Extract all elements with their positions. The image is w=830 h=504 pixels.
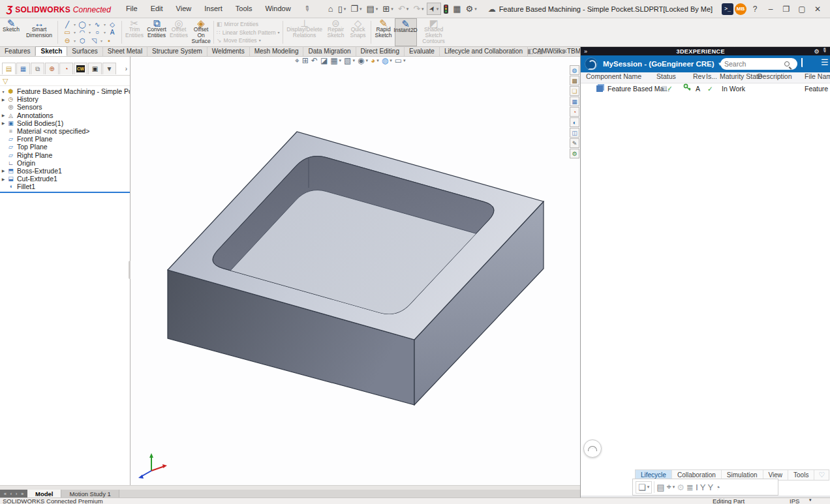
- offset-entities-button[interactable]: ◎ Offset Entities: [168, 18, 190, 46]
- tab-tools[interactable]: Tools: [788, 470, 814, 480]
- assistant-floating-button[interactable]: [583, 439, 602, 458]
- tab-lifecycle-collaboration[interactable]: Lifecycle and Collaboration: [440, 46, 528, 56]
- convert-entities-button[interactable]: ⧉ Convert Entities: [146, 18, 168, 46]
- rebuild-button[interactable]: [442, 3, 450, 15]
- tab-structure-system[interactable]: Structure System: [147, 46, 208, 56]
- tree-item-sensors[interactable]: ◎ Sensors: [0, 103, 130, 111]
- close-button[interactable]: ✕: [810, 3, 825, 16]
- favorites-heart-icon[interactable]: ♡: [814, 471, 829, 479]
- zoom-to-area-icon[interactable]: ⊞: [302, 56, 309, 65]
- linear-sketch-pattern-button[interactable]: ∷ Linear Sketch Pattern▾: [215, 29, 281, 36]
- tag-icon[interactable]: [801, 58, 803, 67]
- tree-item-origin[interactable]: ∟ Origin: [0, 159, 130, 167]
- move-entities-button[interactable]: ↘ Move Entities▾: [215, 37, 281, 44]
- point-tool[interactable]: ▪: [104, 37, 114, 44]
- tree-root[interactable]: ▾ ⬢ Feature Based Machining - Simple Poc…: [0, 87, 130, 95]
- zoom-to-fit-icon[interactable]: ⌖: [295, 56, 300, 65]
- doc-pane-left-icon[interactable]: ◧: [527, 48, 533, 55]
- section-view-icon[interactable]: ◪: [320, 56, 328, 65]
- circle-tool[interactable]: ◯: [77, 21, 87, 28]
- doc-minimize-button[interactable]: –: [546, 48, 550, 55]
- tab-navigation-arrows[interactable]: «‹›»: [0, 490, 27, 497]
- doc-restore-button[interactable]: ❐: [553, 48, 559, 55]
- file-properties-button[interactable]: ▦: [451, 3, 463, 15]
- new-revision-button[interactable]: Ⅰ: [696, 482, 698, 492]
- tab-sheet-metal[interactable]: Sheet Metal: [103, 46, 147, 56]
- search-icon[interactable]: [784, 61, 790, 67]
- tree-item-fillet1[interactable]: ◖ Fillet1: [0, 183, 130, 190]
- open-button[interactable]: ❐: [348, 3, 363, 15]
- tree-item-front-plane[interactable]: ▱ Front Plane: [0, 135, 130, 143]
- undo-button[interactable]: ↶: [396, 3, 410, 15]
- tab-evaluate[interactable]: Evaluate: [405, 46, 440, 56]
- tab-weldments[interactable]: Weldments: [208, 46, 250, 56]
- design-library-icon[interactable]: ▩: [570, 76, 579, 85]
- model-tab[interactable]: Model: [27, 490, 61, 497]
- search-input[interactable]: [724, 60, 784, 68]
- branch-alt-button[interactable]: Y: [707, 482, 713, 492]
- tree-item-material[interactable]: ≡ Material <not specified>: [0, 127, 130, 135]
- panel-menu-icon[interactable]: ☰: [821, 57, 829, 67]
- history-button[interactable]: ◔: [715, 482, 720, 492]
- instant2d-button[interactable]: ✎ Instant2D: [395, 18, 417, 46]
- hide-show-items-icon[interactable]: ◉: [358, 56, 368, 65]
- menu-view[interactable]: View: [170, 3, 198, 15]
- 3dexperience-compass-icon[interactable]: [585, 57, 598, 70]
- menu-insert[interactable]: Insert: [198, 3, 228, 15]
- line-tool[interactable]: ╱: [62, 21, 72, 28]
- display-delete-relations-button[interactable]: ⊥ Display/Delete Relations: [284, 18, 325, 46]
- arc-tool[interactable]: ◠: [77, 29, 87, 36]
- rollback-bar[interactable]: [0, 192, 130, 193]
- doc-close-button[interactable]: ✕: [562, 48, 567, 55]
- 3d-sketch-tool[interactable]: ◇: [107, 21, 117, 28]
- component-name-cell[interactable]: Feature Based Ma...: [607, 85, 669, 93]
- pdm-icon[interactable]: ◫: [570, 128, 579, 138]
- maximize-button[interactable]: ▢: [795, 3, 809, 16]
- tab-direct-editing[interactable]: Direct Editing: [356, 46, 405, 56]
- tree-item-history[interactable]: ▶ ◷ History: [0, 95, 130, 103]
- minimize-button[interactable]: –: [763, 3, 778, 16]
- text-tool[interactable]: A: [107, 29, 117, 36]
- col-component-name[interactable]: Component Name: [586, 72, 641, 80]
- col-rev[interactable]: Rev: [693, 72, 705, 80]
- tab-data-migration[interactable]: Data Migration: [303, 46, 356, 56]
- restore-button[interactable]: ❐: [779, 3, 793, 16]
- 3dexperience-launcher-icon[interactable]: >_: [722, 3, 733, 15]
- expander-icon[interactable]: ▶: [0, 177, 7, 181]
- rev-cell[interactable]: A: [696, 85, 700, 93]
- scenes-icon[interactable]: ◐: [570, 117, 579, 127]
- pin-menu-icon[interactable]: ✎: [296, 0, 318, 20]
- smart-dimension-button[interactable]: ↔ Smart Dimension: [22, 18, 56, 46]
- graphics-viewport[interactable]: [131, 57, 580, 485]
- save-to-3dexperience-button[interactable]: ❏: [636, 481, 652, 494]
- menu-tools[interactable]: Tools: [230, 3, 258, 15]
- view-orientation-icon[interactable]: ▦: [330, 56, 341, 65]
- dimxpertmanager-tab[interactable]: ⊕: [45, 63, 59, 74]
- apply-scene-icon[interactable]: ◍: [382, 56, 392, 65]
- offset-on-surface-button[interactable]: ◈ Offset On Surface: [190, 18, 212, 46]
- search-box[interactable]: [720, 58, 797, 70]
- custom-properties-icon[interactable]: ✎: [570, 138, 579, 148]
- relations-list-button[interactable]: ≣: [686, 482, 694, 492]
- explore-button[interactable]: ⌖: [666, 482, 675, 492]
- ellipse-tool[interactable]: ○: [92, 29, 102, 36]
- sketch-fillet-tool[interactable]: ◹: [89, 37, 99, 44]
- expander-icon[interactable]: ▶: [0, 113, 7, 117]
- motion-study-tab[interactable]: Motion Study 1: [61, 490, 119, 497]
- col-file-name[interactable]: File Name: [805, 72, 830, 80]
- tab-strip-expand-chevron[interactable]: ›: [125, 65, 127, 72]
- 3d-model-simple-pocket[interactable]: [131, 57, 580, 485]
- col-description[interactable]: Description: [758, 72, 792, 80]
- tree-item-right-plane[interactable]: ▱ Right Plane: [0, 151, 130, 159]
- tab-sketch[interactable]: Sketch: [35, 46, 67, 56]
- select-tool-button[interactable]: ➤: [427, 3, 442, 15]
- tree-item-top-plane[interactable]: ▱ Top Plane: [0, 143, 130, 151]
- menu-file[interactable]: File: [120, 3, 144, 15]
- appearances-icon[interactable]: ◔: [570, 107, 579, 117]
- menu-edit[interactable]: Edit: [145, 3, 169, 15]
- help-button[interactable]: ?: [748, 3, 762, 16]
- col-maturity-state[interactable]: Maturity State: [720, 72, 762, 80]
- status-units[interactable]: IPS: [790, 497, 799, 504]
- polygon-tool[interactable]: ⬡: [77, 37, 87, 44]
- propertymanager-tab[interactable]: ▦: [16, 63, 30, 74]
